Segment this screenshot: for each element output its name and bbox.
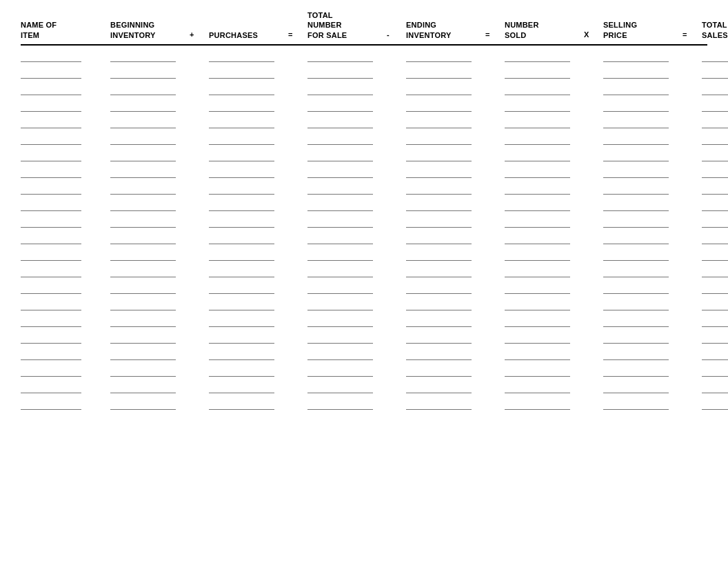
data-cell-selling[interactable] — [603, 284, 682, 294]
data-cell-selling[interactable] — [603, 334, 682, 344]
data-cell-total-sales[interactable] — [702, 334, 728, 344]
data-cell-beg-inv[interactable] — [110, 400, 190, 410]
data-cell-purchases[interactable] — [209, 317, 288, 327]
data-cell-purchases[interactable] — [209, 400, 288, 410]
data-cell-purchases[interactable] — [209, 168, 288, 178]
data-cell-num-sold[interactable] — [505, 119, 584, 128]
data-cell-name[interactable] — [21, 218, 110, 228]
data-cell-total-num[interactable] — [307, 69, 387, 79]
data-cell-selling[interactable] — [603, 135, 682, 145]
data-cell-total-sales[interactable] — [702, 201, 728, 211]
data-cell-ending-inv[interactable] — [406, 86, 485, 95]
data-cell-num-sold[interactable] — [505, 235, 584, 244]
data-cell-selling[interactable] — [603, 251, 682, 261]
data-cell-ending-inv[interactable] — [406, 69, 485, 79]
data-cell-num-sold[interactable] — [505, 284, 584, 294]
data-cell-purchases[interactable] — [209, 334, 288, 344]
data-cell-ending-inv[interactable] — [406, 317, 485, 327]
data-cell-ending-inv[interactable] — [406, 218, 485, 228]
data-cell-selling[interactable] — [603, 168, 682, 178]
data-cell-ending-inv[interactable] — [406, 152, 485, 161]
data-cell-beg-inv[interactable] — [110, 317, 190, 327]
data-cell-total-sales[interactable] — [702, 152, 728, 161]
data-cell-total-sales[interactable] — [702, 367, 728, 377]
data-cell-beg-inv[interactable] — [110, 135, 190, 145]
data-cell-beg-inv[interactable] — [110, 86, 190, 95]
data-cell-purchases[interactable] — [209, 135, 288, 145]
data-cell-total-sales[interactable] — [702, 235, 728, 244]
data-cell-name[interactable] — [21, 400, 110, 410]
data-cell-purchases[interactable] — [209, 86, 288, 95]
data-cell-beg-inv[interactable] — [110, 301, 190, 310]
data-cell-ending-inv[interactable] — [406, 268, 485, 277]
data-cell-name[interactable] — [21, 52, 110, 62]
data-cell-total-num[interactable] — [307, 334, 387, 344]
data-cell-num-sold[interactable] — [505, 350, 584, 360]
data-cell-ending-inv[interactable] — [406, 168, 485, 178]
data-cell-beg-inv[interactable] — [110, 268, 190, 277]
data-cell-beg-inv[interactable] — [110, 367, 190, 377]
data-cell-num-sold[interactable] — [505, 334, 584, 344]
data-cell-total-sales[interactable] — [702, 301, 728, 310]
data-cell-selling[interactable] — [603, 86, 682, 95]
data-cell-num-sold[interactable] — [505, 317, 584, 327]
data-cell-purchases[interactable] — [209, 235, 288, 244]
data-cell-beg-inv[interactable] — [110, 102, 190, 112]
data-cell-total-num[interactable] — [307, 185, 387, 195]
data-cell-purchases[interactable] — [209, 102, 288, 112]
data-cell-total-num[interactable] — [307, 119, 387, 128]
data-cell-num-sold[interactable] — [505, 152, 584, 161]
data-cell-beg-inv[interactable] — [110, 69, 190, 79]
data-cell-total-sales[interactable] — [702, 400, 728, 410]
data-cell-total-sales[interactable] — [702, 350, 728, 360]
data-cell-ending-inv[interactable] — [406, 185, 485, 195]
data-cell-name[interactable] — [21, 317, 110, 327]
data-cell-num-sold[interactable] — [505, 86, 584, 95]
data-cell-num-sold[interactable] — [505, 367, 584, 377]
data-cell-name[interactable] — [21, 86, 110, 95]
data-cell-num-sold[interactable] — [505, 185, 584, 195]
data-cell-beg-inv[interactable] — [110, 119, 190, 128]
data-cell-selling[interactable] — [603, 268, 682, 277]
data-cell-selling[interactable] — [603, 400, 682, 410]
data-cell-total-num[interactable] — [307, 102, 387, 112]
data-cell-name[interactable] — [21, 135, 110, 145]
data-cell-total-num[interactable] — [307, 86, 387, 95]
data-cell-num-sold[interactable] — [505, 201, 584, 211]
data-cell-name[interactable] — [21, 119, 110, 128]
data-cell-name[interactable] — [21, 102, 110, 112]
data-cell-num-sold[interactable] — [505, 69, 584, 79]
data-cell-beg-inv[interactable] — [110, 334, 190, 344]
data-cell-ending-inv[interactable] — [406, 367, 485, 377]
data-cell-beg-inv[interactable] — [110, 218, 190, 228]
data-cell-purchases[interactable] — [209, 384, 288, 393]
data-cell-total-sales[interactable] — [702, 317, 728, 327]
data-cell-name[interactable] — [21, 268, 110, 277]
data-cell-name[interactable] — [21, 367, 110, 377]
data-cell-num-sold[interactable] — [505, 384, 584, 393]
data-cell-total-num[interactable] — [307, 301, 387, 310]
data-cell-selling[interactable] — [603, 119, 682, 128]
data-cell-total-sales[interactable] — [702, 102, 728, 112]
data-cell-selling[interactable] — [603, 317, 682, 327]
data-cell-total-sales[interactable] — [702, 86, 728, 95]
data-cell-purchases[interactable] — [209, 69, 288, 79]
data-cell-total-sales[interactable] — [702, 135, 728, 145]
data-cell-total-sales[interactable] — [702, 218, 728, 228]
data-cell-purchases[interactable] — [209, 367, 288, 377]
data-cell-total-sales[interactable] — [702, 168, 728, 178]
data-cell-purchases[interactable] — [209, 152, 288, 161]
data-cell-name[interactable] — [21, 251, 110, 261]
data-cell-beg-inv[interactable] — [110, 168, 190, 178]
data-cell-beg-inv[interactable] — [110, 284, 190, 294]
data-cell-total-num[interactable] — [307, 52, 387, 62]
data-cell-total-num[interactable] — [307, 168, 387, 178]
data-cell-ending-inv[interactable] — [406, 284, 485, 294]
data-cell-beg-inv[interactable] — [110, 185, 190, 195]
data-cell-name[interactable] — [21, 185, 110, 195]
data-cell-selling[interactable] — [603, 152, 682, 161]
data-cell-name[interactable] — [21, 201, 110, 211]
data-cell-beg-inv[interactable] — [110, 235, 190, 244]
data-cell-total-num[interactable] — [307, 218, 387, 228]
data-cell-ending-inv[interactable] — [406, 201, 485, 211]
